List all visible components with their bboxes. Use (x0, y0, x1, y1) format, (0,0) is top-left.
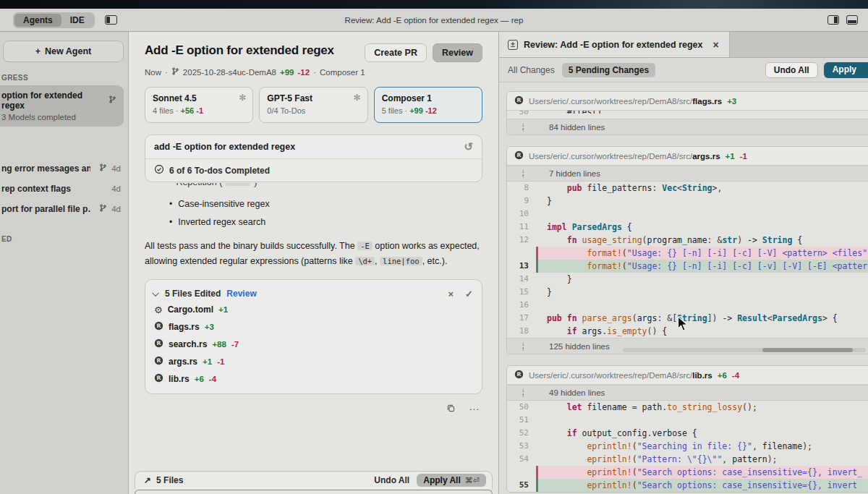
spinner-icon: ✻ (354, 93, 361, 103)
file-path: Users/eric/.cursor/worktrees/rep/DemA8/s… (529, 152, 692, 161)
model-card[interactable]: Composer 15 files · +99 -12 (374, 87, 482, 123)
more-icon[interactable]: … (469, 403, 480, 416)
todos-status-row[interactable]: 6 of 6 To-dos Completed (145, 158, 482, 182)
code-content: eprintln!("Search options: case_insensit… (536, 466, 868, 479)
apply-all-button[interactable]: Apply All ⌘⏎ (417, 474, 486, 487)
diff-file-header[interactable]: RUsers/eric/.cursor/worktrees/rep/DemA8/… (507, 366, 868, 385)
tab-agents[interactable]: Agents (14, 14, 61, 27)
review-link[interactable]: Review (226, 289, 256, 299)
filter-pending-changes[interactable]: 5 Pending Changes (562, 63, 655, 77)
file-path: Users/eric/.cursor/worktrees/rep/DemA8/s… (529, 97, 692, 106)
review-button[interactable]: Review (433, 43, 482, 62)
expand-arrows-icon: ↓↑ (507, 122, 539, 132)
undo-icon[interactable]: ↺ (464, 142, 473, 151)
apply-button[interactable]: Apply (824, 62, 868, 78)
line-number: 50 (507, 111, 536, 114)
create-pr-button[interactable]: Create PR (365, 43, 427, 62)
expand-arrows-icon: ↓↑ (507, 388, 539, 398)
sidebar-item[interactable]: port for parallel file p…4d (0, 199, 128, 219)
gear-icon: ⚙ (154, 305, 163, 315)
diff-code-line: 10 (507, 208, 868, 221)
horizontal-scrollbar[interactable] (623, 348, 866, 352)
diff-file-header[interactable]: RUsers/eric/.cursor/worktrees/rep/DemA8/… (507, 147, 868, 166)
line-number: 17 (507, 312, 536, 325)
removed-count: -4 (732, 371, 739, 380)
panel-bottom-icon[interactable] (846, 15, 858, 25)
line-number: 51 (507, 414, 536, 427)
arrow-up-right-icon: ↗ (144, 475, 151, 485)
file-edited-row[interactable]: Rlib.rs+6-4 (154, 370, 473, 388)
expand-arrows-icon: ↓↑ (507, 341, 539, 352)
copy-icon[interactable] (446, 403, 456, 416)
undo-all-button[interactable]: Undo All (374, 475, 409, 485)
file-path: Users/eric/.cursor/worktrees/rep/DemA8/s… (529, 371, 692, 380)
diff-code-line: 52 if output_config.verbose { (507, 427, 868, 440)
line-number: 50 (507, 401, 536, 414)
chat-input[interactable] (135, 490, 493, 494)
hidden-lines-label: 84 hidden lines (549, 123, 605, 132)
file-name: Cargo.toml (168, 305, 213, 315)
line-number (507, 466, 536, 479)
new-agent-button[interactable]: + New Agent (3, 41, 124, 62)
file-name: args.rs (692, 152, 720, 161)
sidebar-item[interactable]: rep context flags4d (0, 179, 128, 199)
model-card[interactable]: Sonnet 4.54 files · +56 -1✻ (145, 87, 253, 123)
review-tab[interactable]: ± Review: Add -E option for extended reg… (499, 32, 730, 57)
line-number: 13 (507, 260, 536, 273)
rust-file-icon: R (154, 321, 163, 333)
code-content (536, 414, 868, 427)
code-content: if args.is_empty() { (536, 325, 868, 338)
hidden-lines-row[interactable]: ↓↑7 hidden lines (507, 166, 868, 182)
diff-code-line: 9} (507, 195, 868, 208)
undo-all-button[interactable]: Undo All (765, 62, 818, 78)
inline-code-chip: \d+ (355, 257, 375, 265)
sidebar-item-label: rep context flags (1, 184, 71, 194)
section-archived: ED (1, 235, 128, 243)
code-content: pub fn parse_args(args: &[String]) -> Re… (536, 312, 868, 325)
titlebar: Review: Add -E option for extended regex… (0, 9, 868, 32)
prompt-row[interactable]: add -E option for extended regex ↺ (145, 135, 482, 158)
sidebar-item-selected[interactable]: option for extended regex 3 Models compl… (0, 85, 124, 127)
tab-ide[interactable]: IDE (61, 14, 93, 27)
agents-sidebar: + New Agent GRESS option for extended re… (0, 32, 129, 494)
reject-all-icon[interactable]: × (448, 289, 454, 299)
sidebar-item[interactable]: ng error messages an…4d (0, 158, 128, 179)
shortcut-hint: ⌘⏎ (465, 476, 480, 485)
hidden-lines-row[interactable]: ↓↑49 hidden lines (507, 385, 868, 401)
chevron-down-icon[interactable] (152, 289, 159, 297)
file-edited-row[interactable]: Rargs.rs+1-1 (154, 353, 473, 370)
added-count: +1 (218, 305, 228, 314)
rust-file-icon: R (514, 150, 524, 161)
code-content: format!("Usage: {} [-n] [-i] [-c] [-v] [… (536, 260, 868, 273)
diff-file-header[interactable]: RUsers/eric/.cursor/worktrees/rep/DemA8/… (507, 92, 868, 111)
removed-count: -7 (231, 340, 239, 349)
file-edited-row[interactable]: Rsearch.rs+88-7 (154, 336, 473, 353)
bullet-text: Case-insensitive regex (178, 195, 269, 213)
scrollbar-thumb[interactable] (762, 348, 853, 352)
prompt-text: add -E option for extended regex (154, 142, 295, 152)
accept-all-icon[interactable]: ✓ (465, 289, 473, 299)
svg-text:R: R (157, 375, 161, 381)
hidden-lines-label: 7 hidden lines (549, 169, 600, 178)
panel-right-icon[interactable] (827, 15, 839, 25)
hidden-lines-row[interactable]: ↓↑84 hidden lines (507, 119, 868, 135)
hidden-lines-row[interactable]: ↓↑125 hidden lines (507, 338, 868, 354)
agent-meta: Now· 2025-10-28-s4uc-DemA8 +99 -12 · Com… (145, 67, 482, 77)
model-card[interactable]: GPT-5 Fast0/4 To-Dos✻ (259, 87, 367, 123)
diff-code-line: 50 let filename = path.to_string_lossy()… (507, 401, 868, 414)
file-name: args.rs (169, 357, 197, 367)
files-expand[interactable]: ↗ 5 Files (144, 475, 183, 485)
mode-switcher: Agents IDE (13, 12, 95, 28)
file-edited-row[interactable]: Rflags.rs+3 (154, 318, 473, 336)
close-tab-icon[interactable]: × (713, 39, 719, 51)
sidebar-toggle-icon[interactable] (105, 15, 117, 25)
model-cards: Sonnet 4.54 files · +56 -1✻GPT-5 Fast0/4… (145, 87, 482, 123)
filter-all-changes[interactable]: All Changes (508, 65, 555, 75)
line-number: 9 (507, 195, 536, 208)
branch-icon (99, 163, 107, 174)
sidebar-item-age: 4d (111, 184, 121, 193)
svg-text:R: R (517, 371, 522, 378)
code-content: } (536, 273, 868, 286)
app-screen: Review: Add -E option for extended regex… (0, 0, 868, 494)
file-edited-row[interactable]: ⚙Cargo.toml+1 (154, 301, 473, 318)
